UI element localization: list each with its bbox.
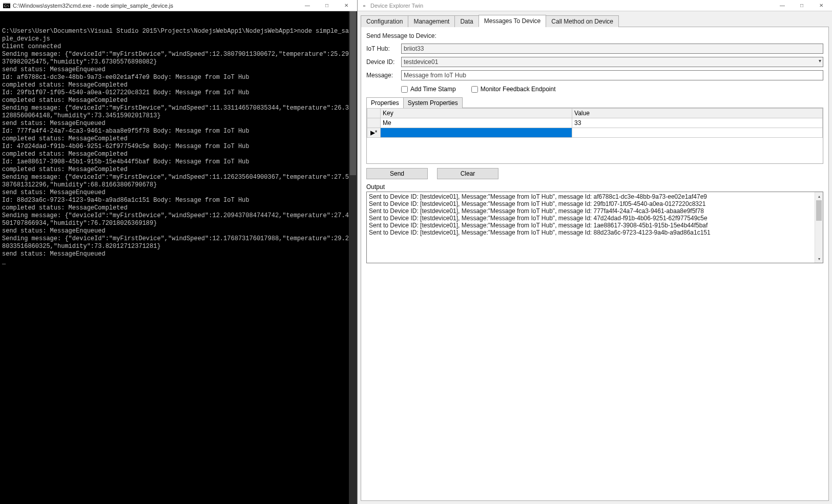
main-tabs: ConfigurationManagementDataMessages To D…	[361, 14, 829, 27]
message-label: Message:	[366, 72, 401, 79]
deviceid-label: Device ID:	[366, 58, 401, 66]
grid-header[interactable]	[367, 109, 381, 118]
explorer-title: Device Explorer Twin	[370, 3, 773, 9]
svg-rect-1	[3, 3, 10, 4]
tab-configuration[interactable]: Configuration	[361, 15, 408, 27]
scrollbar-thumb[interactable]	[350, 11, 356, 175]
output-line: Sent to Device ID: [testdevice01], Messa…	[369, 207, 813, 215]
send-button[interactable]: Send	[366, 168, 428, 179]
monitor-box[interactable]	[471, 86, 478, 93]
cmd-window: C:\ C:\Windows\system32\cmd.exe - node s…	[0, 0, 358, 504]
close-button[interactable]: ✕	[337, 1, 356, 11]
minimize-button[interactable]: —	[773, 1, 792, 11]
svg-text:C:\: C:\	[4, 4, 9, 8]
scroll-up-icon[interactable]: ▴	[815, 192, 823, 200]
tab-management[interactable]: Management	[408, 15, 455, 27]
messages-to-device-panel: Send Message to Device: IoT Hub: Device …	[361, 27, 829, 501]
scroll-track[interactable]	[815, 200, 823, 255]
cell-value[interactable]	[572, 128, 823, 138]
row-marker[interactable]	[367, 118, 381, 128]
add-timestamp-checkbox[interactable]: Add Time Stamp	[401, 86, 456, 93]
close-button[interactable]: ✕	[812, 1, 831, 11]
output-scrollbar[interactable]: ▴ ▾	[815, 192, 823, 263]
grid-header[interactable]: Value	[572, 109, 823, 118]
timestamp-box[interactable]	[401, 86, 408, 93]
output-line: Sent to Device ID: [testdevice01], Messa…	[369, 222, 813, 229]
output-line: Sent to Device ID: [testdevice01], Messa…	[369, 215, 813, 222]
message-input[interactable]	[401, 70, 823, 80]
row-marker[interactable]: ▶*	[367, 128, 381, 138]
device-explorer-window: ▫ Device Explorer Twin — □ ✕ Configurati…	[358, 0, 832, 504]
monitor-label: Monitor Feedback Endpoint	[481, 86, 556, 93]
console-scrollbar[interactable]	[349, 11, 357, 504]
properties-grid[interactable]: KeyValue Me33▶*	[366, 108, 823, 164]
output-line: Sent to Device ID: [testdevice01], Messa…	[369, 193, 813, 200]
scroll-down-icon[interactable]: ▾	[815, 255, 823, 263]
deviceid-select[interactable]	[401, 57, 823, 67]
grid-header[interactable]: Key	[381, 109, 572, 118]
cell-value[interactable]: 33	[572, 118, 823, 128]
table-row[interactable]: ▶*	[367, 128, 823, 138]
section-title: Send Message to Device:	[366, 32, 823, 39]
iothub-label: IoT Hub:	[366, 45, 401, 52]
minimize-button[interactable]: —	[298, 1, 317, 11]
inner-tab-system-properties[interactable]: System Properties	[403, 97, 463, 108]
app-body: ConfigurationManagementDataMessages To D…	[358, 11, 832, 504]
tab-call-method-on-device[interactable]: Call Method on Device	[546, 15, 619, 27]
monitor-feedback-checkbox[interactable]: Monitor Feedback Endpoint	[471, 86, 556, 93]
cmd-title: C:\Windows\system32\cmd.exe - node simpl…	[13, 3, 298, 9]
output-textarea[interactable]: Sent to Device ID: [testdevice01], Messa…	[366, 192, 823, 263]
inner-tab-properties[interactable]: Properties	[366, 97, 404, 108]
app-icon: ▫	[361, 2, 368, 9]
iothub-row: IoT Hub:	[366, 44, 823, 54]
button-row: Send Clear	[366, 168, 823, 179]
explorer-titlebar[interactable]: ▫ Device Explorer Twin — □ ✕	[358, 0, 832, 11]
clear-button[interactable]: Clear	[437, 168, 498, 179]
tab-messages-to-device[interactable]: Messages To Device	[479, 15, 547, 27]
cell-key[interactable]	[381, 128, 572, 138]
iothub-input[interactable]	[401, 44, 823, 54]
cmd-titlebar[interactable]: C:\ C:\Windows\system32\cmd.exe - node s…	[0, 0, 357, 11]
cmd-icon: C:\	[3, 2, 10, 9]
output-line: Sent to Device ID: [testdevice01], Messa…	[369, 200, 813, 207]
timestamp-label: Add Time Stamp	[410, 86, 456, 93]
maximize-button[interactable]: □	[317, 1, 337, 11]
properties-tabs: PropertiesSystem Properties	[366, 97, 823, 108]
output-label: Output	[366, 183, 823, 191]
table-row[interactable]: Me33	[367, 118, 823, 128]
cell-key[interactable]: Me	[381, 118, 572, 128]
maximize-button[interactable]: □	[792, 1, 812, 11]
message-row: Message:	[366, 70, 823, 80]
tab-data[interactable]: Data	[454, 15, 479, 27]
console-output[interactable]: C:\Users\User\Documents\Visual Studio 20…	[0, 11, 357, 504]
checkbox-row: Add Time Stamp Monitor Feedback Endpoint	[401, 86, 823, 93]
output-line: Sent to Device ID: [testdevice01], Messa…	[369, 229, 813, 236]
deviceid-row: Device ID: ▾	[366, 57, 823, 67]
scroll-thumb[interactable]	[816, 200, 822, 221]
